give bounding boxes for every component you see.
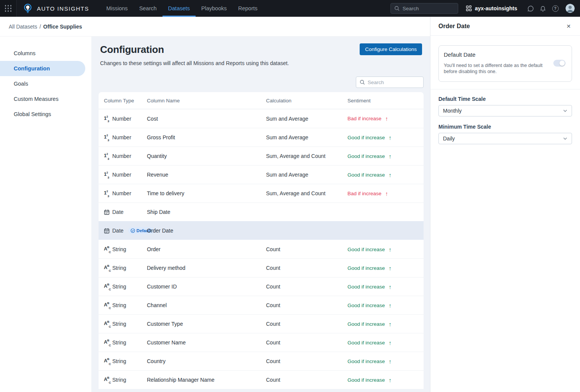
check-circle-icon (131, 228, 135, 233)
sentiment-cell: Bad if increase↑ (347, 190, 424, 197)
number-icon: 123 (104, 171, 112, 178)
column-name-cell: Cost (147, 116, 266, 122)
panel-divider (430, 89, 580, 89)
table-row[interactable]: 123NumberQuantitySum, Average and CountG… (99, 147, 424, 165)
sidebar-item-custom-measures[interactable]: Custom Measures (0, 91, 85, 107)
string-icon: ABC (104, 320, 112, 327)
nav-item-reports[interactable]: Reports (233, 0, 263, 17)
sidebar-item-configuration[interactable]: Configuration (0, 61, 85, 76)
table-row[interactable]: ABCStringCustomer NameCountGood if incre… (99, 333, 424, 352)
sentiment-label: Good if increase (347, 303, 385, 308)
sentiment-cell: Good if increase↑ (347, 302, 424, 309)
column-type-label: String (112, 339, 126, 346)
calculation-cell: Count (266, 246, 347, 252)
sentiment-cell: Good if increase↑ (347, 284, 424, 290)
number-icon: 123 (104, 190, 112, 197)
workspace-switcher[interactable]: ayx-autoinsights (466, 5, 517, 11)
nav-item-missions[interactable]: Missions (100, 0, 133, 17)
column-type-cell: ABCString (99, 246, 147, 253)
table-row[interactable]: 123NumberRevenueSum and AverageGood if i… (99, 165, 424, 184)
sidebar-item-columns[interactable]: Columns (0, 46, 85, 61)
panel-header: Order Date ✕ (430, 17, 580, 36)
table-row[interactable]: ABCStringCustomer IDCountGood if increas… (99, 277, 424, 296)
table-search-input[interactable] (368, 80, 417, 85)
table-row[interactable]: ABCStringCustomer TypeCountGood if incre… (99, 314, 424, 333)
default-time-scale-value: Monthly (443, 108, 462, 114)
nav-item-playbooks[interactable]: Playbooks (196, 0, 233, 17)
chat-button[interactable] (524, 3, 536, 14)
default-date-toggle[interactable] (553, 60, 566, 67)
calculation-cell: Count (266, 339, 347, 346)
table-row[interactable]: 123NumberGross ProfitSum and AverageGood… (99, 128, 424, 147)
calculation-cell: Count (266, 358, 347, 364)
arrow-up-icon: ↑ (385, 115, 388, 122)
column-type-label: String (112, 265, 126, 271)
column-name-cell: Relationship Manager Name (147, 377, 266, 383)
sentiment-label: Good if increase (347, 247, 385, 252)
string-icon: ABC (104, 358, 112, 365)
chevron-down-icon (563, 109, 567, 113)
default-time-scale-select[interactable]: Monthly (438, 105, 572, 116)
header-sentiment: Sentiment (347, 98, 424, 104)
breadcrumb-current: Office Supplies (43, 24, 82, 30)
table-row[interactable]: 123NumberCostSum and AverageBad if incre… (99, 109, 424, 128)
bell-icon (539, 5, 547, 12)
global-search[interactable] (390, 3, 458, 14)
close-icon[interactable]: ✕ (565, 22, 572, 31)
workspace-grid-icon (466, 5, 472, 11)
search-icon (394, 6, 400, 11)
date-icon (104, 209, 112, 215)
table-header-row: Column Type Column Name Calculation Sent… (99, 92, 424, 109)
calculation-cell: Count (266, 265, 347, 271)
table-row[interactable]: ABCStringOrderCountGood if increase↑ (99, 240, 424, 258)
notifications-button[interactable] (537, 3, 548, 14)
brand-title: AUTO INSIGHTS (37, 5, 89, 12)
arrow-up-icon: ↑ (389, 284, 392, 290)
global-search-input[interactable] (403, 6, 452, 11)
configure-calculations-button[interactable]: Configure Calculations (360, 43, 422, 55)
minimum-time-scale-value: Daily (443, 135, 455, 142)
sidebar-item-global-settings[interactable]: Global Settings (0, 107, 85, 122)
column-type-label: Number (112, 153, 131, 159)
table-row[interactable]: DateShip Date (99, 202, 424, 221)
minimum-time-scale-select[interactable]: Daily (438, 133, 572, 144)
table-search[interactable] (356, 76, 424, 88)
help-button[interactable]: ? (550, 3, 561, 14)
table-row[interactable]: ABCStringChannelCountGood if increase↑ (99, 296, 424, 314)
chevron-down-icon (563, 137, 567, 140)
page-subtitle: Changes to these settings will affect al… (100, 60, 424, 66)
nav-item-datasets[interactable]: Datasets (163, 0, 196, 17)
table-row[interactable]: ABCStringCountryCountGood if increase↑ (99, 352, 424, 370)
table-row[interactable]: ABCStringDelivery methodCountGood if inc… (99, 258, 424, 277)
settings-sidebar: ColumnsConfigurationGoalsCustom Measures… (0, 37, 91, 392)
sidebar-item-goals[interactable]: Goals (0, 76, 85, 91)
column-type-label: Number (112, 116, 131, 122)
header-column-type: Column Type (99, 98, 147, 104)
number-icon: 123 (104, 115, 112, 122)
default-date-title: Default Date (444, 51, 548, 58)
sentiment-label: Bad if increase (347, 191, 381, 196)
sentiment-label: Good if increase (347, 284, 385, 290)
calculation-cell: Count (266, 284, 347, 290)
minimum-time-scale-label: Minimum Time Scale (438, 124, 572, 130)
calculation-cell: Sum and Average (266, 116, 347, 122)
order-date-panel: Order Date ✕ Default Date You'll need to… (430, 17, 580, 392)
table-row[interactable]: DateDefaultOrder Date (99, 221, 424, 240)
configuration-page: Configuration Changes to these settings … (91, 37, 430, 392)
nav-item-search[interactable]: Search (134, 0, 163, 17)
breadcrumb-all-datasets[interactable]: All Datasets (9, 24, 37, 30)
breadcrumb: All Datasets / Office Supplies (0, 17, 430, 37)
table-row[interactable]: ABCStringRelationship Manager NameCountG… (99, 370, 424, 389)
app-grid-button[interactable] (0, 0, 17, 17)
column-type-label: Number (112, 134, 131, 140)
sentiment-cell: Good if increase↑ (347, 134, 424, 141)
arrow-up-icon: ↑ (389, 321, 392, 327)
table-row[interactable]: 123NumberTime to deliverySum, Average an… (99, 184, 424, 202)
user-avatar[interactable] (566, 4, 575, 13)
columns-table: Column Type Column Name Calculation Sent… (99, 92, 424, 389)
sentiment-label: Good if increase (347, 265, 385, 271)
column-type-cell: ABCString (99, 320, 147, 327)
chat-icon (527, 5, 534, 12)
calculation-cell: Sum, Average and Count (266, 190, 347, 196)
calculation-cell: Count (266, 321, 347, 327)
